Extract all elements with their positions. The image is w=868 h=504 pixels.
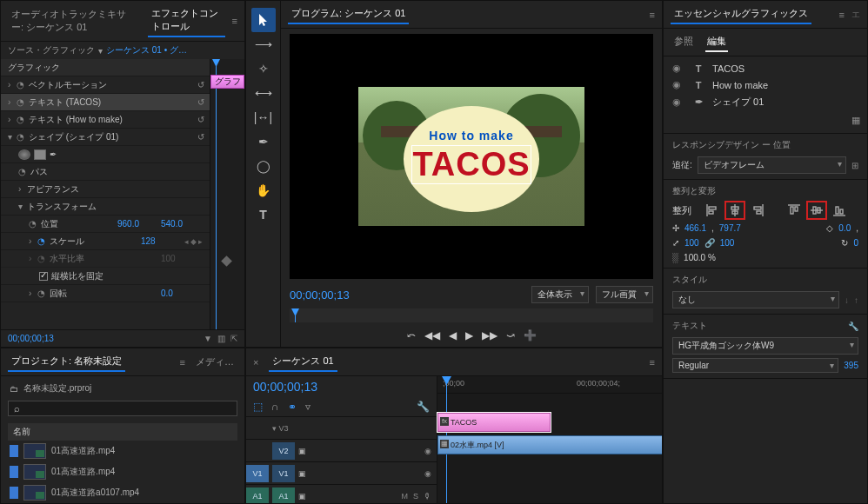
rect-swatch[interactable] [34, 149, 46, 160]
src-v1[interactable]: V1 [246, 465, 269, 482]
twirl-icon[interactable]: › [18, 184, 27, 194]
project-item[interactable]: 01高速道路.mp4 [8, 461, 237, 482]
twirl-icon[interactable]: › [29, 288, 37, 298]
time-ruler[interactable]: ;00;00 00;00;00;04; [437, 376, 662, 394]
solo-button[interactable]: S [413, 492, 418, 501]
align-vcenter-icon[interactable] [808, 202, 825, 218]
panel-menu-icon[interactable]: ≡ [650, 10, 655, 20]
text-how-to-make[interactable]: How to make [358, 129, 584, 143]
clip-icon[interactable]: ▥ [217, 334, 225, 343]
layer-tacos[interactable]: ◉TTACOS [669, 60, 862, 76]
prop-text-tacos[interactable]: テキスト (TACOS) [29, 96, 197, 109]
playhead-icon[interactable] [291, 308, 299, 316]
align-bottom-icon[interactable] [831, 202, 848, 218]
stopwatch-icon[interactable]: ◔ [17, 132, 29, 142]
mute-button[interactable]: M [401, 492, 408, 501]
eg-anchor[interactable]: 0.0 [838, 223, 851, 233]
program-timecode[interactable]: 00;00;00;13 [290, 288, 350, 302]
stopwatch-icon[interactable]: ◔ [17, 97, 29, 107]
track-v1[interactable]: V1V1▣◉ [246, 461, 437, 484]
push-down-icon[interactable]: ↓ [845, 295, 849, 305]
twirl-icon[interactable]: › [8, 115, 17, 124]
project-search-input[interactable] [8, 401, 237, 416]
stopwatch-icon[interactable]: ◔ [29, 219, 41, 229]
prop-path[interactable]: パス [30, 166, 204, 178]
voice-icon[interactable]: 🎙 [424, 492, 431, 501]
track-v2[interactable]: V2▣◉ [246, 439, 437, 461]
quality-dropdown[interactable]: フル画質 [596, 286, 653, 303]
program-viewport[interactable]: How to make TACOS [290, 34, 653, 279]
eg-rotation[interactable]: 0 [853, 238, 858, 248]
scale-value[interactable]: 128 [141, 236, 184, 246]
stopwatch-icon[interactable]: ◔ [37, 254, 50, 263]
prop-scale[interactable]: スケール [50, 235, 141, 248]
keyframe-diamond-icon[interactable] [221, 255, 232, 267]
eg-edit-tab[interactable]: 編集 [705, 32, 728, 52]
record-icon[interactable]: ▣ [298, 469, 306, 478]
mark-out-button[interactable]: ⤻ [506, 329, 515, 342]
prop-position[interactable]: 位置 [41, 218, 117, 230]
style-dropdown[interactable]: なし [672, 291, 839, 308]
twirl-icon[interactable]: › [8, 80, 17, 90]
text-tacos[interactable]: TACOS [358, 145, 584, 184]
prop-appearance[interactable]: アピアランス [27, 183, 204, 196]
project-item[interactable]: 01高速道路.mp4 [8, 441, 237, 461]
pen-tool[interactable]: ✒ [251, 129, 276, 154]
export-icon[interactable]: ⇱ [230, 334, 237, 343]
pos-y-value[interactable]: 540.0 [161, 219, 204, 229]
align-left-icon[interactable] [704, 202, 721, 218]
column-name-header[interactable]: 名前 [8, 423, 237, 441]
ec-timecode[interactable]: 00;00;00;13 [8, 334, 54, 343]
frame-fwd-button[interactable]: ▶▶ [482, 329, 497, 342]
chevron-down-icon[interactable]: ▾ [98, 46, 103, 56]
step-back-button[interactable]: ◀◀ [424, 329, 440, 342]
pos-x-value[interactable]: 960.0 [117, 219, 161, 229]
eye-icon[interactable]: ◉ [672, 63, 684, 74]
track-select-tool[interactable]: ⟶ [251, 32, 276, 56]
rotation-value[interactable]: 0.0 [161, 288, 204, 298]
prop-rotation[interactable]: 回転 [50, 288, 161, 300]
align-hcenter-icon[interactable] [726, 202, 744, 218]
eg-pos-x[interactable]: 466.1 [684, 223, 706, 233]
snap-icon[interactable]: ∩ [271, 401, 279, 413]
eg-scale-w[interactable]: 100 [684, 238, 699, 248]
type-tool[interactable]: T [251, 202, 276, 227]
panel-menu-icon[interactable]: ≡ [232, 16, 237, 26]
panel-menu-icon[interactable]: ≡ [180, 357, 185, 368]
wrench-icon[interactable]: 🔧 [848, 322, 858, 331]
timeline-timecode[interactable]: 00;00;00;13 [253, 380, 317, 394]
twirl-icon[interactable]: › [8, 97, 17, 107]
stopwatch-icon[interactable]: ◔ [17, 80, 29, 90]
play-button[interactable]: ▶ [465, 329, 473, 342]
settings-icon[interactable]: 🔧 [417, 401, 430, 413]
uniform-scale-checkbox[interactable] [39, 272, 48, 281]
project-item[interactable]: 01高速道路a0107.mp4 [8, 482, 237, 503]
program-scrubber[interactable] [290, 308, 653, 322]
prop-text-how[interactable]: テキスト (How to make) [29, 114, 197, 126]
media-tab[interactable]: メディ… [192, 353, 237, 371]
stopwatch-active-icon[interactable]: ◔ [37, 236, 50, 246]
new-layer-icon[interactable]: ▦ [851, 115, 860, 125]
fx-badge-icon[interactable]: fx [440, 417, 449, 426]
follow-dropdown[interactable]: ビデオフレーム [698, 156, 846, 174]
align-top-icon[interactable] [785, 202, 803, 218]
stopwatch-icon[interactable]: ◔ [17, 115, 29, 124]
track-a1[interactable]: A1A1▣MS🎙 [246, 484, 437, 503]
a1-target[interactable]: A1 [272, 487, 295, 504]
program-tab[interactable]: プログラム: シーケンス 01 [288, 4, 409, 24]
twirl-icon[interactable]: › [29, 236, 37, 246]
fx-badge-icon[interactable]: ▦ [440, 440, 449, 448]
filter-icon[interactable]: ▼ [204, 334, 212, 343]
eye-icon[interactable]: ◉ [424, 447, 431, 455]
align-right-icon[interactable] [749, 202, 766, 218]
sequence-link[interactable]: シーケンス 01 • グ… [106, 44, 187, 56]
keyframe-nav[interactable]: ◂◆▸ [184, 237, 204, 246]
src-a1[interactable]: A1 [246, 487, 269, 504]
v1-target[interactable]: V1 [272, 465, 295, 482]
twirl-icon[interactable]: ▾ [8, 132, 17, 142]
eg-pos-y[interactable]: 797.7 [719, 223, 741, 233]
record-icon[interactable]: ▣ [298, 492, 306, 501]
zoom-dropdown[interactable]: 全体表示 [531, 286, 589, 303]
pin-grid-icon[interactable]: ⊞ [851, 161, 858, 170]
slip-tool[interactable]: |↔| [251, 105, 276, 129]
